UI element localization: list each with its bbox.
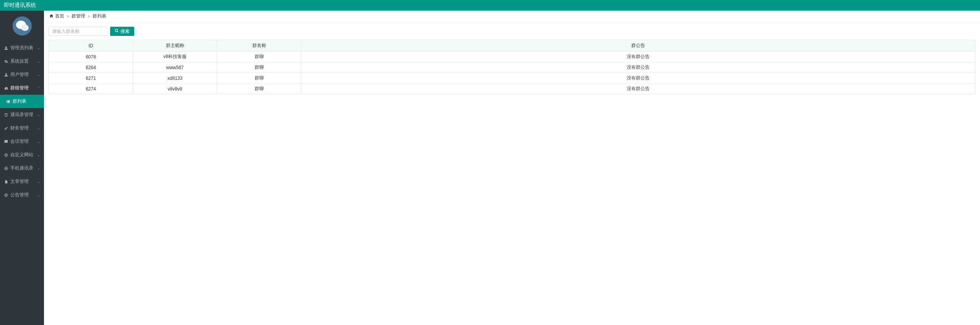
content-area: 搜索 ID 群主昵称 群名称 群公告 6078 v8科技客服 群 [44, 22, 980, 99]
sidebar-item-label: 用户管理 [10, 71, 29, 78]
search-icon [115, 29, 119, 34]
sidebar-item-admin-list[interactable]: 管理员列表 ⌄ [0, 41, 44, 55]
sidebar-item-article[interactable]: 文章管理 ⌄ [0, 175, 44, 188]
sidebar-item-label: 文章管理 [10, 178, 29, 185]
sidebar-item-user-management[interactable]: 用户管理 ⌄ [0, 68, 44, 81]
app-header: 即时通讯系统 [0, 0, 980, 11]
chevron-down-icon: ⌄ [37, 193, 40, 197]
table-header-name: 群名称 [217, 40, 301, 52]
chevron-down-icon: ⌄ [37, 166, 40, 170]
sidebar-item-label: 自定义网站 [10, 152, 33, 158]
table-cell-notice: 没有群公告 [301, 62, 975, 73]
table-header-row: ID 群主昵称 群名称 群公告 [49, 40, 975, 52]
svg-rect-5 [8, 102, 10, 103]
table-cell-name: 群聊 [217, 52, 301, 62]
globe-icon [4, 153, 8, 157]
globe-icon [4, 166, 8, 171]
sidebar-item-notice[interactable]: 公告管理 ⌄ [0, 188, 44, 202]
chevron-down-icon: ⌄ [37, 179, 40, 184]
user-icon [4, 73, 8, 77]
list-icon [6, 100, 10, 103]
app-logo-icon [13, 16, 32, 36]
home-icon [49, 14, 54, 19]
chat-icon [4, 139, 8, 144]
table-cell-name: 群聊 [217, 84, 301, 94]
breadcrumb-mid[interactable]: 群管理 [72, 13, 85, 19]
user-icon [4, 46, 8, 50]
sidebar-item-group-management[interactable]: 群组管理 ⌃ [0, 81, 44, 95]
breadcrumb-separator: > [88, 14, 90, 19]
sidebar-item-label: 会话管理 [10, 138, 29, 145]
search-button-label: 搜索 [120, 28, 130, 35]
table-cell-owner: v8科技客服 [133, 52, 217, 62]
table-header-notice: 群公告 [301, 40, 975, 52]
table-cell-notice: 没有群公告 [301, 84, 975, 94]
table-cell-owner: www567 [133, 62, 217, 73]
chevron-down-icon: ⌄ [37, 153, 40, 157]
svg-point-9 [115, 29, 117, 31]
sidebar-item-contacts[interactable]: 通讯录管理 ⌄ [0, 108, 44, 121]
svg-rect-4 [7, 102, 7, 103]
breadcrumb: 首页 > 群管理 > 群列表 [44, 11, 980, 22]
svg-rect-2 [7, 101, 7, 102]
search-button[interactable]: 搜索 [110, 27, 134, 36]
users-icon [4, 86, 8, 91]
sidebar-item-session[interactable]: 会话管理 ⌄ [0, 135, 44, 148]
svg-rect-1 [8, 100, 10, 101]
table-cell-id: 6271 [49, 73, 133, 84]
book-icon [4, 113, 8, 117]
svg-rect-0 [7, 100, 7, 101]
table-cell-owner: xd8133 [133, 73, 217, 84]
search-input[interactable] [49, 27, 108, 36]
breadcrumb-home[interactable]: 首页 [55, 13, 64, 19]
table-row: 6271 xd8133 群聊 没有群公告 [49, 73, 975, 84]
table-cell-owner: v8v8v8 [133, 84, 217, 94]
sidebar-item-finance[interactable]: 财务管理 ⌄ [0, 121, 44, 135]
sidebar-item-label: 管理员列表 [10, 45, 33, 51]
table-row: 6274 v8v8v8 群聊 没有群公告 [49, 84, 975, 94]
sidebar-item-label: 通讯录管理 [10, 112, 33, 118]
logo-wrapper [0, 11, 44, 41]
table-cell-id: 6078 [49, 52, 133, 62]
edit-icon [4, 126, 8, 131]
breadcrumb-separator: > [67, 14, 69, 19]
doc-icon [4, 179, 8, 184]
table-cell-notice: 没有群公告 [301, 52, 975, 62]
chevron-down-icon: ⌄ [37, 126, 40, 130]
chevron-down-icon: ⌄ [37, 59, 40, 63]
globe-icon [4, 193, 8, 197]
table-cell-notice: 没有群公告 [301, 73, 975, 84]
table-header-owner: 群主昵称 [133, 40, 217, 52]
table-cell-name: 群聊 [217, 62, 301, 73]
sidebar-item-phone-contacts[interactable]: 手机通讯录 ⌄ [0, 162, 44, 175]
sidebar-subitem-label: 群列表 [13, 98, 26, 105]
sidebar-subitem-group-list[interactable]: 群列表 [0, 95, 44, 108]
table-cell-name: 群聊 [217, 73, 301, 84]
search-row: 搜索 [49, 27, 975, 36]
sidebar-item-label: 财务管理 [10, 125, 29, 131]
sidebar-item-label: 公告管理 [10, 192, 29, 198]
chevron-down-icon: ⌄ [37, 139, 40, 144]
app-title: 即时通讯系统 [4, 2, 36, 9]
table-row: 6078 v8科技客服 群聊 没有群公告 [49, 52, 975, 62]
sidebar-item-system-settings[interactable]: 系统设置 ⌄ [0, 55, 44, 68]
table-row: 6264 www567 群聊 没有群公告 [49, 62, 975, 73]
gear-icon [4, 59, 8, 64]
main-content: 首页 > 群管理 > 群列表 搜索 ID 群主昵称 [44, 11, 980, 325]
chevron-up-icon: ⌃ [37, 86, 40, 90]
sidebar-item-label: 系统设置 [10, 58, 29, 65]
table-cell-id: 6274 [49, 84, 133, 94]
sidebar-item-label: 手机通讯录 [10, 165, 33, 171]
sidebar-item-label: 群组管理 [10, 85, 29, 91]
sidebar: 管理员列表 ⌄ 系统设置 ⌄ 用户管理 ⌄ [0, 11, 44, 325]
main-container: 管理员列表 ⌄ 系统设置 ⌄ 用户管理 ⌄ [0, 11, 980, 325]
chevron-down-icon: ⌄ [37, 46, 40, 50]
breadcrumb-current: 群列表 [93, 13, 106, 19]
table-cell-id: 6264 [49, 62, 133, 73]
table-header-id: ID [49, 40, 133, 52]
chevron-down-icon: ⌄ [37, 113, 40, 117]
chevron-down-icon: ⌄ [37, 73, 40, 77]
sidebar-item-custom-site[interactable]: 自定义网站 ⌄ [0, 148, 44, 162]
group-table: ID 群主昵称 群名称 群公告 6078 v8科技客服 群聊 没有群公告 626… [49, 40, 975, 94]
svg-line-10 [117, 31, 119, 32]
